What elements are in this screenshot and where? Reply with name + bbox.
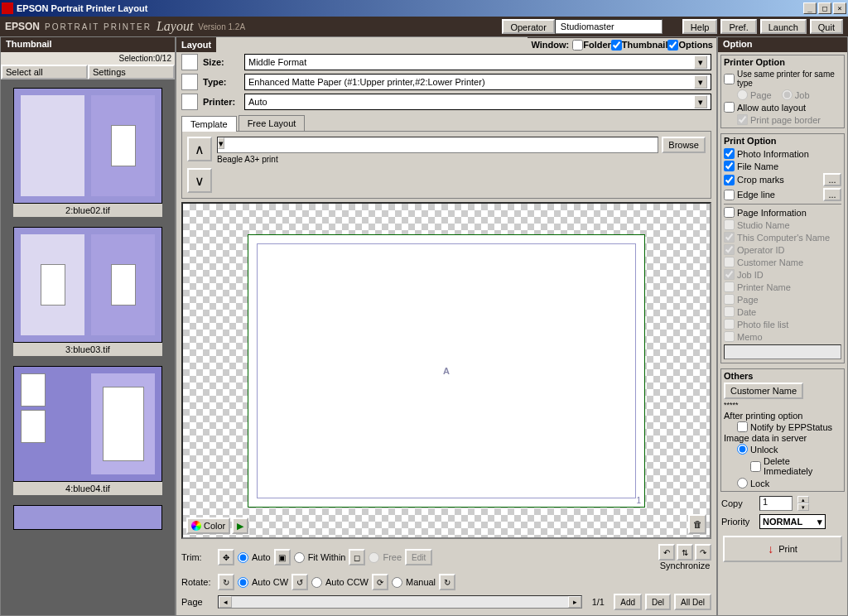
trash-button[interactable]: 🗑: [688, 514, 706, 534]
crop-marks-checkbox[interactable]: [724, 175, 735, 185]
trim-edit-button[interactable]: Edit: [405, 549, 432, 565]
file-name-checkbox[interactable]: [724, 161, 735, 171]
copy-input[interactable]: 1: [759, 496, 793, 511]
help-button[interactable]: Help: [682, 19, 718, 34]
studio-name-checkbox: [724, 219, 735, 230]
customer-name-checkbox: [724, 257, 735, 267]
template-up-button[interactable]: ∧: [187, 137, 212, 161]
page-label: Page: [181, 597, 214, 607]
printer-option-group: Printer Option Use same printer for same…: [720, 55, 845, 128]
brand-epson: EPSON: [5, 21, 40, 32]
thumbnail-panel: Thumbnail Selection:0/12 Select all Sett…: [0, 36, 176, 616]
notify-checkbox[interactable]: [737, 421, 748, 432]
trim-auto-radio[interactable]: [238, 552, 248, 563]
thumbnail-caption: 4:blue04.tif: [13, 482, 162, 495]
thumbnail-list[interactable]: 2:blue02.tif 3:blue03.tif 4:blue04.tif: [1, 79, 175, 615]
maximize-button[interactable]: □: [818, 2, 831, 14]
sync-icon-1[interactable]: ↶: [658, 544, 675, 561]
type-select[interactable]: Enhanced Matte Paper (#1:Upper printer,#…: [244, 74, 711, 90]
thumbnail-header: Thumbnail: [1, 37, 175, 52]
page-del-button[interactable]: Del: [645, 594, 671, 610]
image-data-label: Image data in server: [724, 433, 841, 443]
page-add-button[interactable]: Add: [614, 594, 642, 610]
type-icon: [181, 74, 198, 90]
trim-free-radio[interactable]: [369, 552, 379, 563]
memo-field: [724, 344, 841, 359]
template-down-button[interactable]: ∨: [187, 168, 212, 193]
select-all-button[interactable]: Select all: [1, 65, 88, 79]
dropdown-arrow-icon[interactable]: ▾: [218, 137, 224, 149]
print-button[interactable]: ↓ Print: [723, 536, 842, 562]
edge-line-settings[interactable]: ...: [823, 188, 841, 201]
dropdown-arrow-icon[interactable]: ▾: [694, 55, 707, 69]
photo-file-list-checkbox: [724, 319, 735, 330]
layout-canvas[interactable]: A 1 Color ▶ 🗑: [181, 202, 711, 539]
edge-line-checkbox[interactable]: [724, 190, 735, 200]
quit-button[interactable]: Quit: [810, 19, 843, 34]
page-alldel-button[interactable]: All Del: [674, 594, 711, 610]
sync-icon-3[interactable]: ↷: [695, 544, 711, 561]
pref-button[interactable]: Pref.: [720, 19, 756, 34]
tab-free-layout[interactable]: Free Layout: [238, 115, 306, 131]
photo-info-checkbox[interactable]: [724, 148, 735, 159]
use-same-printer-checkbox[interactable]: [724, 74, 735, 84]
brand-sub: PORTRAIT PRINTER: [45, 22, 152, 31]
play-button[interactable]: ▶: [232, 517, 248, 534]
page-info-checkbox[interactable]: [724, 207, 735, 218]
printer-select[interactable]: Auto▾: [244, 94, 711, 110]
trim-fitwithin-radio[interactable]: [294, 552, 305, 563]
trim-icon[interactable]: ✥: [218, 549, 234, 565]
thumb-settings-button[interactable]: Settings: [88, 65, 175, 79]
thumbnail-item[interactable]: 2:blue02.tif: [13, 88, 162, 217]
rotate-cw-icon[interactable]: ↻: [218, 574, 234, 590]
crop-marks-settings[interactable]: ...: [823, 173, 841, 186]
same-job-radio: [782, 89, 793, 100]
delete-immediately-checkbox[interactable]: [750, 461, 761, 472]
lock-radio[interactable]: [737, 478, 748, 488]
rotate-manual-icon[interactable]: ⟳: [372, 574, 388, 590]
launch-button[interactable]: Launch: [760, 19, 807, 34]
thumbnail-item[interactable]: [13, 505, 162, 530]
copy-spin-up[interactable]: ▴: [797, 496, 809, 503]
sync-icon-2[interactable]: ⇅: [677, 544, 693, 561]
print-arrow-icon: ↓: [768, 542, 773, 556]
rotate-ccw-icon[interactable]: ↺: [292, 574, 308, 590]
operator-label: Operator: [502, 19, 554, 34]
thumbnail-checkbox[interactable]: [611, 40, 622, 51]
page-scroll-left[interactable]: ◂: [219, 596, 232, 608]
customer-name-button[interactable]: Customer Name: [724, 383, 803, 399]
priority-select[interactable]: NORMAL▾: [759, 514, 826, 529]
options-checkbox[interactable]: [667, 40, 678, 51]
color-picker-button[interactable]: Color: [186, 517, 230, 534]
copy-spin-down[interactable]: ▾: [797, 503, 809, 511]
template-select[interactable]: ▾: [217, 137, 658, 153]
close-button[interactable]: ×: [833, 2, 846, 14]
tab-template[interactable]: Template: [181, 116, 237, 132]
brand-layout: Layout: [157, 19, 193, 34]
thumbnail-item[interactable]: 3:blue03.tif: [13, 227, 162, 356]
thumbnail-item[interactable]: 4:blue04.tif: [13, 366, 162, 495]
operator-field[interactable]: Studiomaster: [555, 19, 662, 34]
page-scrollbar[interactable]: ◂ ▸: [218, 595, 582, 609]
size-select[interactable]: Middle Format▾: [244, 54, 711, 70]
rotate-action-button[interactable]: ↻: [439, 574, 455, 590]
dropdown-arrow-icon[interactable]: ▾: [694, 95, 707, 108]
rotate-autoccw-radio[interactable]: [311, 577, 322, 588]
thumbnail-caption: 3:blue03.tif: [13, 343, 162, 356]
allow-auto-layout-checkbox[interactable]: [724, 102, 735, 113]
minimize-button[interactable]: _: [803, 2, 817, 14]
page-scroll-right[interactable]: ▸: [568, 596, 581, 608]
free-icon[interactable]: ◻: [349, 549, 365, 565]
fitwithin-icon[interactable]: ▣: [274, 549, 291, 565]
rotate-autocw-radio[interactable]: [238, 577, 248, 588]
page-preview[interactable]: A 1: [248, 234, 645, 508]
others-group: Others Customer Name ***** After printin…: [720, 368, 845, 492]
browse-button[interactable]: Browse: [662, 137, 706, 153]
selection-count: Selection:0/12: [1, 52, 175, 65]
rotate-manual-radio[interactable]: [392, 577, 402, 588]
page-count: 1/1: [585, 597, 610, 607]
dropdown-arrow-icon[interactable]: ▾: [694, 75, 707, 89]
folder-checkbox[interactable]: [572, 40, 583, 51]
unlock-radio[interactable]: [737, 444, 748, 455]
options-label: Options: [678, 40, 713, 50]
